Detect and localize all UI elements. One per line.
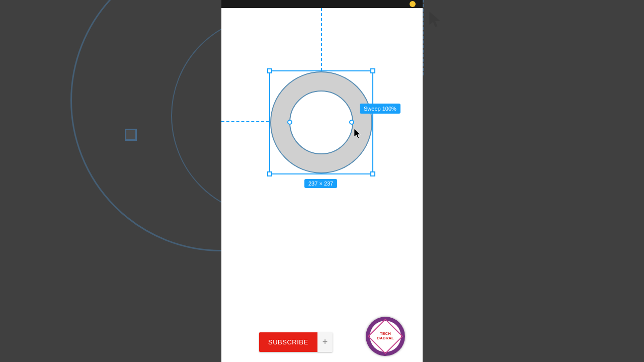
design-canvas[interactable]: Sweep 100% 237 × 237 SUBSCRIBE + TECHDAB… bbox=[221, 8, 423, 362]
subscribe-plus-button[interactable]: + bbox=[317, 332, 333, 352]
arc-handle-inner[interactable] bbox=[287, 120, 292, 125]
resize-handle-bottom-left[interactable] bbox=[267, 171, 272, 176]
app-toolbar bbox=[221, 0, 423, 8]
alignment-guide-horizontal bbox=[221, 121, 269, 122]
subscribe-bar: SUBSCRIBE + bbox=[259, 332, 333, 352]
bg-guide-line bbox=[423, 0, 424, 75]
sweep-tooltip: Sweep 100% bbox=[360, 104, 400, 114]
selection-bounding-box[interactable] bbox=[269, 70, 373, 174]
resize-handle-top-right[interactable] bbox=[370, 68, 375, 73]
alignment-guide-vertical bbox=[321, 8, 322, 71]
channel-logo[interactable]: TECHDABRAL bbox=[366, 317, 405, 356]
subscribe-button[interactable]: SUBSCRIBE bbox=[259, 332, 317, 352]
dimensions-badge: 237 × 237 bbox=[304, 179, 337, 188]
background-left-blur bbox=[0, 0, 221, 362]
resize-handle-bottom-right[interactable] bbox=[370, 171, 375, 176]
bg-selection-handle bbox=[125, 129, 137, 141]
cursor-icon bbox=[353, 128, 362, 142]
logo-inner-circle: TECHDABRAL bbox=[370, 321, 401, 352]
resize-handle-top-left[interactable] bbox=[267, 68, 272, 73]
logo-text: TECHDABRAL bbox=[377, 332, 394, 341]
phone-viewport: Sweep 100% 237 × 237 SUBSCRIBE + TECHDAB… bbox=[221, 0, 423, 362]
bg-cursor-shadow bbox=[428, 10, 443, 31]
arc-handle-sweep[interactable] bbox=[349, 120, 354, 125]
toolbar-indicator-icon bbox=[410, 1, 416, 7]
background-right-blur bbox=[423, 0, 644, 362]
